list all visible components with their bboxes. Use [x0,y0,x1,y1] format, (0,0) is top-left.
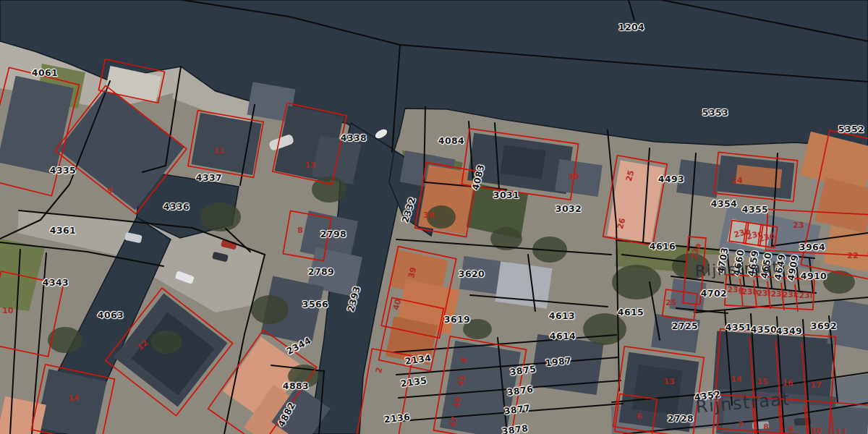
aerial-imagery [0,0,868,434]
map-viewport[interactable]: 1204406153535352433840844083303130324335… [0,0,868,434]
